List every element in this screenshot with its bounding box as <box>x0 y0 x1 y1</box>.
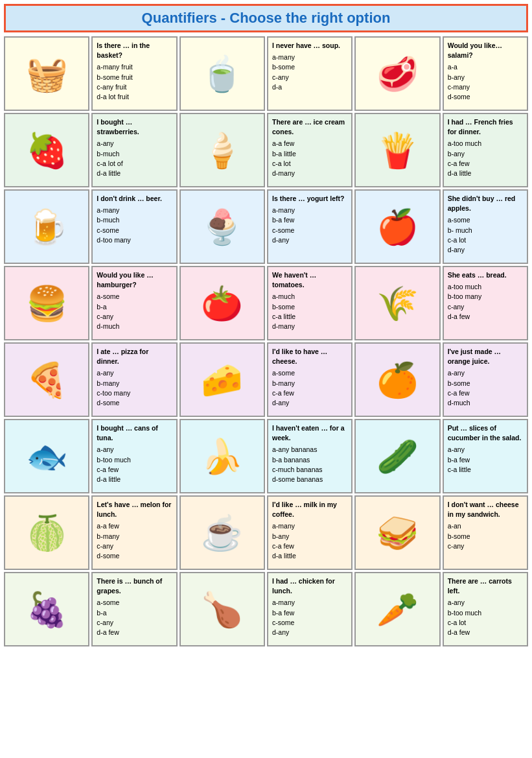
question-text-cell: I had … French fries for dinner.a-too mu… <box>443 113 528 187</box>
answer-option: b-too many <box>448 292 523 302</box>
answer-option: c-a few <box>272 388 347 398</box>
answer-option: c-a few <box>448 388 523 398</box>
answer-option: a-many <box>272 521 347 531</box>
food-image-cell: 🥕 <box>354 572 440 646</box>
question-text-cell: I had … chicken for lunch.a-manyb-a fewc… <box>267 572 353 646</box>
food-image-cell: 🍦 <box>179 113 265 187</box>
question-text-cell: I've just made … orange juice.a-anyb-som… <box>443 342 528 417</box>
answer-option: d-a little <box>97 475 172 484</box>
answer-option: c-any <box>272 73 347 82</box>
answer-option: a-a few <box>272 139 347 148</box>
food-image-cell: 🍺 <box>4 189 89 264</box>
question-text-cell: I bought … strawberries.a-anyb-muchc-a l… <box>91 113 177 187</box>
answer-option: a-any bananas <box>272 445 347 455</box>
orange-icon: 🍊 <box>376 363 419 397</box>
answer-option: c-a lot of <box>97 159 172 169</box>
food-image-cell: 🍌 <box>179 419 265 493</box>
answer-option: b-any <box>448 73 523 82</box>
answer-option: c-a little <box>448 465 523 475</box>
answer-option: c-some <box>97 226 172 235</box>
answer-option: a-many <box>272 598 347 608</box>
food-image-cell: 🌾 <box>354 266 440 340</box>
question-text: I had … chicken for lunch. <box>272 576 347 596</box>
answer-option: c-some <box>272 226 347 235</box>
question-text-cell: I'd like to have … cheese.a-someb-manyc-… <box>267 342 353 417</box>
answer-option: c-some <box>272 618 347 628</box>
question-text: I don't drink … beer. <box>97 194 172 204</box>
question-text-cell: I haven't eaten … for a week.a-any banan… <box>267 419 353 493</box>
answer-option: a-any <box>97 368 172 378</box>
strawberries-icon: 🍓 <box>26 134 68 167</box>
question-text-cell: Would you like… salami?a-ab-anyc-manyd-s… <box>443 36 528 111</box>
question-text-cell: She didn't buy … red apples.a-someb- muc… <box>443 189 528 264</box>
answer-option: a-a few <box>97 521 172 531</box>
red apple-icon: 🍎 <box>376 210 419 244</box>
question-text: There are … carrots left. <box>448 576 523 596</box>
answer-option: c-a few <box>97 465 172 475</box>
answer-option: c-any <box>97 312 172 322</box>
ice cream cones-icon: 🍦 <box>201 134 243 167</box>
answer-option: a-many fruit <box>97 62 172 72</box>
coffee jug-icon: ☕ <box>201 516 243 550</box>
answer-option: d-a <box>272 82 347 92</box>
answer-option: b-much <box>97 215 172 225</box>
answer-option: b- much <box>448 226 523 235</box>
answer-option: d-a few <box>97 628 172 637</box>
answer-option: b-too much <box>448 608 523 618</box>
answer-option: c-any <box>97 618 172 628</box>
soup bowl-icon: 🍵 <box>201 57 243 91</box>
carrots-icon: 🥕 <box>376 593 419 626</box>
answer-option: d-many <box>272 169 347 178</box>
food-image-cell: 🍵 <box>179 36 265 111</box>
answer-option: d-some bananas <box>272 475 347 484</box>
answer-option: b-some <box>272 302 347 312</box>
answer-option: b-a bananas <box>272 455 347 465</box>
answer-option: a-some <box>272 368 347 378</box>
food-image-cell: 🍈 <box>4 495 89 570</box>
question-text: Is there … yogurt left? <box>272 194 347 204</box>
answer-option: a-too much <box>448 139 523 148</box>
food-image-cell: 🍕 <box>4 342 89 417</box>
quiz-grid: 🧺Is there … in the basket?a-many fruitb-… <box>4 36 528 646</box>
question-text: I bought … strawberries. <box>97 117 172 137</box>
food-image-cell: 🍨 <box>179 189 265 264</box>
question-text: I ate … pizza for dinner. <box>97 347 172 366</box>
food-image-cell: 🍗 <box>179 572 265 646</box>
answer-option: a-many <box>272 206 347 215</box>
answer-option: b-many <box>97 379 172 388</box>
answer-option: a-a <box>448 62 523 72</box>
answer-option: d-any <box>272 628 347 637</box>
french fries-icon: 🍟 <box>376 134 419 167</box>
question-text-cell: Put … slices of cucumber in the salad.a-… <box>443 419 528 493</box>
question-text: I'd like to have … cheese. <box>272 347 347 366</box>
sandwich-icon: 🥪 <box>376 516 419 550</box>
question-text: She didn't buy … red apples. <box>448 194 523 213</box>
question-text: Would you like … hamburger? <box>97 270 172 290</box>
answer-option: c-a lot <box>448 235 523 245</box>
answer-option: b-a little <box>272 149 347 159</box>
answer-option: a-any <box>97 445 172 455</box>
answer-option: d-much <box>97 322 172 331</box>
question-text-cell: I don't drink … beer.a-manyb-muchc-somed… <box>91 189 177 264</box>
answer-option: d-too many <box>97 235 172 245</box>
answer-option: b-a few <box>448 455 523 465</box>
answer-option: a-any <box>97 139 172 148</box>
question-text: I bought … cans of tuna. <box>97 423 172 443</box>
answer-option: c-a lot <box>448 618 523 628</box>
answer-option: b-some <box>448 379 523 388</box>
answer-option: b-a few <box>272 608 347 618</box>
answer-option: b-many <box>97 532 172 541</box>
answer-option: a-many <box>272 53 347 62</box>
answer-option: d-much <box>448 398 523 408</box>
question-text-cell: I ate … pizza for dinner.a-anyb-manyc-to… <box>91 342 177 417</box>
question-text: I haven't eaten … for a week. <box>272 423 347 443</box>
food-image-cell: ☕ <box>179 495 265 570</box>
hamburger-icon: 🍔 <box>26 287 68 320</box>
answer-option: d-a little <box>97 169 172 178</box>
question-text: I had … French fries for dinner. <box>448 117 523 137</box>
food-image-cell: 🍅 <box>179 266 265 340</box>
tuna fish-icon: 🐟 <box>26 440 68 473</box>
answer-option: b-any <box>448 149 523 159</box>
answer-option: c-any fruit <box>97 82 172 92</box>
question-text-cell: She eats … bread.a-too muchb-too manyc-a… <box>443 266 528 340</box>
